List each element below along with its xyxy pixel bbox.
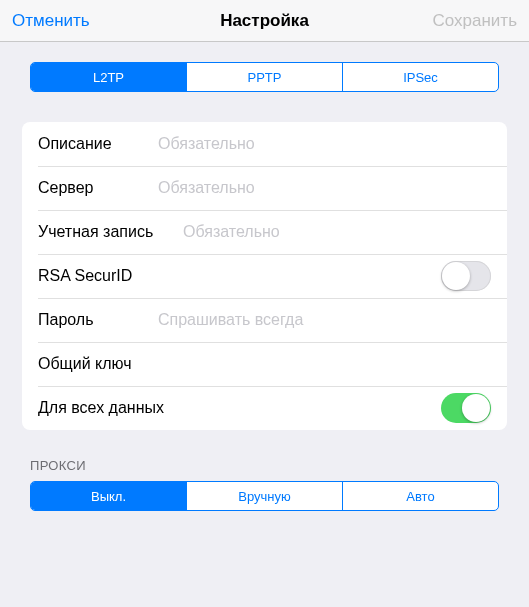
vpn-settings-group: Описание Сервер Учетная запись RSA Secur… (22, 122, 507, 430)
tab-proxy-auto[interactable]: Авто (343, 482, 498, 510)
input-server[interactable] (158, 179, 491, 197)
tab-l2tp[interactable]: L2TP (31, 63, 187, 91)
cancel-button[interactable]: Отменить (12, 0, 90, 42)
row-all-traffic: Для всех данных (22, 386, 507, 430)
vpn-type-segmented: L2TP PPTP IPSec (30, 62, 499, 92)
switch-track (441, 261, 491, 291)
tab-proxy-off[interactable]: Выкл. (31, 482, 187, 510)
row-rsa-securid: RSA SecurID (22, 254, 507, 298)
input-password[interactable] (158, 311, 491, 329)
modal-header: Отменить Настройка Сохранить (0, 0, 529, 42)
switch-track (441, 393, 491, 423)
page-title: Настройка (220, 11, 309, 31)
row-server: Сервер (22, 166, 507, 210)
input-description[interactable] (158, 135, 491, 153)
save-button[interactable]: Сохранить (433, 0, 517, 42)
label-server: Сервер (38, 179, 158, 197)
proxy-segmented: Выкл. Вручную Авто (30, 481, 499, 511)
label-account: Учетная запись (38, 223, 183, 241)
label-rsa: RSA SecurID (38, 267, 158, 285)
switch-rsa-securid[interactable] (441, 261, 491, 291)
label-all-traffic: Для всех данных (38, 399, 164, 417)
row-password: Пароль (22, 298, 507, 342)
label-shared-key: Общий ключ (38, 355, 158, 373)
tab-proxy-manual[interactable]: Вручную (187, 482, 343, 510)
input-account[interactable] (183, 223, 491, 241)
label-description: Описание (38, 135, 158, 153)
tab-pptp[interactable]: PPTP (187, 63, 343, 91)
switch-knob (462, 394, 490, 422)
row-account: Учетная запись (22, 210, 507, 254)
label-password: Пароль (38, 311, 158, 329)
proxy-section-header: ПРОКСИ (30, 458, 499, 473)
row-description: Описание (22, 122, 507, 166)
tab-ipsec[interactable]: IPSec (343, 63, 498, 91)
switch-all-traffic[interactable] (441, 393, 491, 423)
input-shared-key[interactable] (158, 355, 491, 373)
row-shared-key: Общий ключ (22, 342, 507, 386)
switch-knob (442, 262, 470, 290)
